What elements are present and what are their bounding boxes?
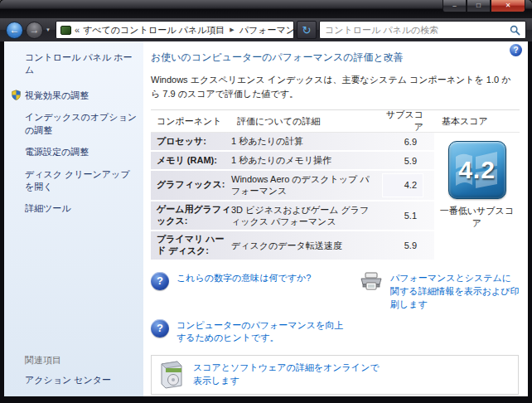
help-button[interactable]: ? [510,44,522,56]
online-details-link[interactable]: スコアとソフトウェアの詳細をオンラインで表示します [193,362,384,388]
component-detail: ディスクのデータ転送速度 [231,240,382,251]
close-button[interactable]: ✕ [491,0,525,12]
subscore-value: 5.9 [382,154,423,167]
window-frame: コントロール パネル ホーム 視覚効果の調整 インデックスのオプションの調整 電… [0,41,532,403]
sidebar-item-advanced-tools[interactable]: 詳細ツール [25,202,138,215]
navigation-bar: ← → ▼ « すべてのコントロール パネル項目 ▶ パフォーマンスの情報とツー… [0,18,532,41]
component-detail: Windows Aero のデスクトップ パフォーマンス [231,173,382,197]
titlebar[interactable]: – □ ✕ [0,0,532,18]
close-icon: ✕ [505,2,511,9]
uac-shield-icon [11,90,22,100]
address-bar[interactable]: « すべてのコントロール パネル項目 ▶ パフォーマンスの情報とツール ▼ [56,21,294,39]
base-score-column: 4.2 一番低いサブスコア [434,133,520,261]
sidebar-item-disk-cleanup[interactable]: ディスク クリーンアップを開く [25,168,138,194]
sidebar-item-label: インデックスのオプションの調整 [25,112,137,134]
component-detail: 3D ビジネスおよびゲーム グラフィックス パフォーマンス [231,204,382,228]
link-item-print-details: パフォーマンスとシステムに関する詳細情報を表示および印刷します [360,272,520,312]
forward-icon: → [30,25,40,35]
question-icon[interactable]: ? [151,319,169,337]
recent-pages-dropdown[interactable]: ▼ [46,27,51,32]
question-glyph: ? [157,322,163,334]
sidebar-item-power-settings[interactable]: 電源設定の調整 [25,146,138,158]
table-row-processor: プロセッサ: 1 秒あたりの計算 6.9 [151,133,434,150]
search-input[interactable] [325,25,506,35]
chevron-down-icon: ▼ [46,27,51,32]
search-icon[interactable] [510,25,520,36]
breadcrumb-item-all-items[interactable]: すべてのコントロール パネル項目 [83,24,225,36]
performance-tips-link[interactable]: コンピューターのパフォーマンスを向上するためのヒントです。 [177,319,346,346]
subscore-value: 5.9 [382,234,423,257]
score-table: コンポーネント 評価についての詳細 サブスコア 基本スコア プロセッサ: 1 秒… [151,109,520,261]
online-details-box: スコアとソフトウェアの詳細をオンラインで表示します [151,355,519,395]
link-item-numbers-meaning: ? これらの数字の意味は何ですか? [151,272,356,312]
numbers-meaning-link[interactable]: これらの数字の意味は何ですか? [177,272,311,285]
subscore-value-lowest: 4.2 [382,173,423,197]
maximize-icon: □ [476,2,481,9]
base-score-caption: 一番低いサブスコア [439,205,515,231]
table-row-memory: メモリ (RAM): 1 秒あたりのメモリ操作 5.9 [151,152,434,169]
maximize-button[interactable]: □ [467,0,491,12]
sidebar-item-label: 電源設定の調整 [25,147,89,157]
base-score-value: 4.2 [458,156,496,184]
breadcrumb-overflow-icon[interactable]: « [75,25,80,35]
table-rows: プロセッサ: 1 秒あたりの計算 6.9 メモリ (RAM): 1 秒あたりのメ… [151,133,434,261]
sidebar-item-visual-effects[interactable]: 視覚効果の調整 [25,90,138,102]
breadcrumb-item-performance[interactable]: パフォーマンスの情報とツール [239,24,294,36]
refresh-icon: ↻ [302,25,312,36]
sidebar-related-section: 関連項目 アクション センター [25,354,138,386]
page-title: お使いのコンピューターのパフォーマンスの評価と改善 [151,51,520,65]
base-score-badge: 4.2 [448,141,506,199]
column-header-component: コンポーネント [151,115,237,128]
breadcrumb-separator-icon[interactable]: ▶ [228,27,235,33]
column-header-subscore: サブスコア [382,109,423,134]
back-button[interactable]: ← [6,22,23,39]
minimize-button[interactable]: – [443,0,467,12]
component-name: メモリ (RAM): [151,155,231,167]
sidebar-item-label: 視覚効果の調整 [25,90,89,100]
component-detail: 1 秒あたりのメモリ操作 [231,154,382,166]
control-panel-window: – □ ✕ ← → ▼ « すべてのコントロール パネル項目 ▶ パフォーマンス… [0,0,532,403]
minimize-icon: – [452,2,456,9]
links-section: ? これらの数字の意味は何ですか? パフォーマンスとシステムに関する詳細情 [151,272,520,346]
sidebar: コントロール パネル ホーム 視覚効果の調整 インデックスのオプションの調整 電… [4,41,143,396]
component-name: プロセッサ: [151,136,231,148]
component-name: プライマリ ハード ディスク: [151,234,231,257]
column-header-base-score: 基本スコア [423,115,520,128]
window-controls: – □ ✕ [443,0,525,12]
print-details-link[interactable]: パフォーマンスとシステムに関する詳細情報を表示および印刷します [390,272,520,312]
question-icon[interactable]: ? [151,272,169,290]
printer-icon[interactable] [360,272,383,292]
component-name: グラフィックス: [151,179,231,191]
search-box [319,21,526,39]
column-header-detail: 評価についての詳細 [237,115,382,128]
help-icon: ? [513,46,518,55]
table-row-graphics: グラフィックス: Windows Aero のデスクトップ パフォーマンス 4.… [151,171,434,200]
main-panel: ? お使いのコンピューターのパフォーマンスの評価と改善 Windows エクスペ… [143,41,528,396]
subscore-value: 5.1 [382,204,423,228]
component-name: ゲーム用グラフィックス: [151,204,231,227]
subscore-value: 6.9 [382,135,423,148]
control-panel-icon [60,26,71,35]
question-glyph: ? [157,274,163,287]
forward-button[interactable]: → [26,22,43,39]
intro-text: Windows エクスペリエンス インデックスは、主要なシステム コンポーネント… [151,73,512,100]
back-icon: ← [10,25,20,35]
related-items-header: 関連項目 [25,354,138,367]
sidebar-item-label: 詳細ツール [25,203,71,213]
component-detail: 1 秒あたりの計算 [231,135,382,147]
refresh-button[interactable]: ↻ [297,21,317,39]
table-header-row: コンポーネント 評価についての詳細 サブスコア 基本スコア [151,110,520,133]
table-row-primary-hard-disk: プライマリ ハード ディスク: ディスクのデータ転送速度 5.9 [151,231,434,260]
link-item-performance-tips: ? コンピューターのパフォーマンスを向上するためのヒントです。 [151,319,356,346]
sidebar-item-label: ディスク クリーンアップを開く [25,169,130,192]
sidebar-item-control-panel-home[interactable]: コントロール パネル ホーム [25,51,138,76]
software-box-icon [159,361,184,389]
sidebar-item-action-center[interactable]: アクション センター [25,374,138,386]
sidebar-item-indexing-options[interactable]: インデックスのオプションの調整 [25,111,138,137]
table-row-gaming-graphics: ゲーム用グラフィックス: 3D ビジネスおよびゲーム グラフィックス パフォーマ… [151,202,434,231]
